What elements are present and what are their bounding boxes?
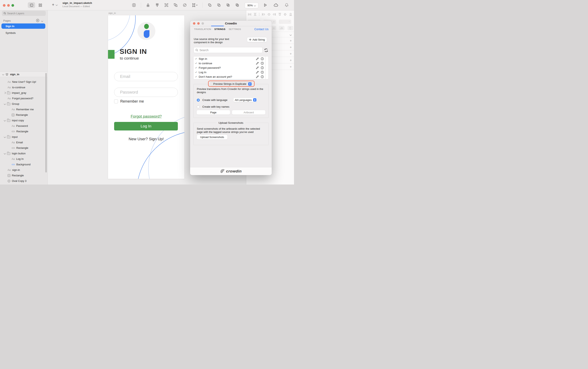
add-string-button[interactable]: Add String — [247, 37, 267, 42]
string-info-icon[interactable] — [261, 66, 264, 69]
add-style-button[interactable]: + — [290, 45, 292, 49]
layer-row[interactable]: Rectangle — [0, 145, 47, 151]
layer-row[interactable]: Background — [0, 162, 47, 167]
align-center-horizontal-icon[interactable] — [267, 13, 271, 16]
layer-row[interactable]: input copy — [0, 118, 47, 123]
string-row[interactable]: ✓ Don’t have an account yet? — [194, 75, 268, 78]
disclosure-chevron-icon[interactable] — [4, 120, 6, 121]
toggle-grid-view-button[interactable] — [37, 2, 43, 8]
create-with-language-option[interactable]: Create with language — [197, 99, 227, 101]
layer-row-artboard[interactable]: sign_in — [0, 71, 47, 77]
add-style-button[interactable]: + — [290, 65, 292, 69]
disclosure-chevron-icon[interactable] — [4, 103, 6, 105]
canvas-subheading[interactable]: to continue — [120, 56, 139, 60]
toggle-sidebar-button[interactable] — [28, 2, 35, 8]
add-style-button[interactable]: + — [290, 58, 292, 62]
forgot-password-link[interactable]: Forgot password? — [108, 114, 184, 119]
contact-us-link[interactable]: Contact Us — [254, 28, 268, 31]
string-info-icon[interactable] — [261, 62, 264, 65]
remember-me-checkbox[interactable] — [114, 100, 118, 103]
canvas-heading[interactable]: SIGN IN — [120, 48, 147, 55]
layer-row[interactable]: Aasign-in — [0, 167, 47, 173]
cloud-sync-icon[interactable] — [273, 3, 279, 7]
create-with-key-names-option[interactable]: Create with key names — [197, 105, 229, 108]
string-info-icon[interactable] — [261, 75, 264, 78]
string-info-icon[interactable] — [261, 57, 264, 60]
disclosure-chevron-icon[interactable] — [4, 152, 6, 155]
refresh-strings-icon[interactable] — [264, 48, 268, 52]
ungroup-icon[interactable] — [173, 3, 178, 7]
layer-row[interactable]: Rectangle — [0, 112, 47, 118]
layer-row[interactable]: impact_gray — [0, 90, 47, 96]
minimize-window-button[interactable] — [7, 4, 10, 7]
tab-settings[interactable]: SETTINGS — [229, 28, 241, 30]
page-button[interactable]: Page — [197, 110, 230, 115]
close-window-button[interactable] — [3, 4, 6, 7]
add-page-icon[interactable] — [36, 19, 39, 22]
string-row[interactable]: ✓ to continue — [194, 62, 268, 65]
layer-row[interactable]: AaForgot password? — [0, 96, 47, 101]
layer-row[interactable]: AaLog In — [0, 156, 47, 162]
artboard[interactable]: SIGN IN to continue Email Password Remem… — [108, 15, 184, 179]
layer-row[interactable]: Aato-continue — [0, 85, 47, 90]
layer-row[interactable]: AaPassword — [0, 123, 47, 129]
disclosure-chevron-icon[interactable] — [2, 73, 4, 75]
tab-strings[interactable]: STRINGS — [214, 28, 225, 30]
distribute-vertically-icon[interactable] — [253, 13, 257, 16]
align-right-icon[interactable] — [273, 13, 276, 16]
layer-row[interactable]: login button — [0, 151, 47, 156]
edit-string-icon[interactable] — [256, 62, 259, 65]
preview-play-icon[interactable] — [263, 3, 267, 7]
edit-string-icon[interactable] — [256, 71, 259, 74]
flip-vertical-button[interactable] — [287, 26, 293, 30]
email-field[interactable]: Email — [114, 72, 178, 81]
edit-string-icon[interactable] — [256, 75, 259, 78]
zoom-level-select[interactable]: 90% — [245, 2, 259, 8]
remember-me-group[interactable]: Remember me — [114, 99, 144, 104]
disclosure-chevron-icon[interactable] — [4, 92, 6, 94]
align-top-icon[interactable] — [278, 13, 282, 16]
string-row[interactable]: ✓ Log In — [194, 71, 268, 74]
notifications-bell-icon[interactable] — [285, 3, 289, 7]
boolean-intersect-icon[interactable] — [226, 3, 230, 7]
search-layers-field[interactable]: Search Layers — [2, 11, 46, 16]
add-style-button[interactable]: + — [290, 52, 292, 56]
layer-row[interactable]: Rectangle — [0, 173, 47, 178]
dialog-search-field[interactable]: Search — [194, 47, 262, 53]
layer-row[interactable]: AaEmail — [0, 140, 47, 145]
layer-row[interactable]: Group — [0, 101, 47, 107]
string-row[interactable]: ✓ Forgot password? — [194, 66, 268, 69]
add-style-button[interactable]: + — [290, 39, 292, 43]
rotation-field[interactable]: ° — [279, 20, 291, 24]
boolean-subtract-icon[interactable] — [217, 3, 221, 7]
layer-row[interactable]: AaNew User? Sign Up! — [0, 79, 47, 85]
boolean-difference-icon[interactable] — [235, 3, 240, 7]
distribute-horizontally-icon[interactable] — [248, 13, 251, 16]
password-field[interactable]: Password — [114, 88, 178, 97]
flip-horizontal-button[interactable] — [279, 26, 285, 30]
distribute-down-icon[interactable] — [155, 3, 159, 7]
scale-tool-icon[interactable] — [192, 3, 198, 7]
distribute-up-icon[interactable] — [146, 3, 150, 7]
section-collapse-icon[interactable] — [290, 34, 292, 36]
tab-translation[interactable]: TRANSLATION — [194, 28, 211, 30]
radio-unselected-icon[interactable] — [197, 105, 200, 108]
artboard-button[interactable]: Artboard — [232, 110, 265, 115]
mask-tool-icon[interactable] — [182, 3, 187, 7]
vector-tool-icon[interactable] — [132, 3, 136, 7]
upload-screenshots-button[interactable]: Upload Screenshots — [197, 135, 227, 140]
sidebar-page-symbols[interactable]: Symbols — [1, 30, 45, 35]
align-middle-vertical-icon[interactable] — [284, 13, 287, 16]
string-info-icon[interactable] — [261, 71, 264, 74]
string-row[interactable]: ✓ Sign in — [194, 57, 268, 60]
edit-string-icon[interactable] — [256, 57, 259, 60]
sidebar-scrollbar[interactable] — [45, 73, 47, 172]
boolean-union-icon[interactable] — [207, 3, 212, 7]
insert-button[interactable]: + — [52, 3, 57, 7]
app-logo[interactable] — [137, 22, 155, 40]
layer-row[interactable]: Rectangle — [0, 129, 47, 134]
align-left-icon[interactable] — [262, 13, 265, 16]
sidebar-page-sign-in[interactable]: Sign In — [1, 23, 45, 29]
edit-string-icon[interactable] — [256, 66, 259, 69]
zoom-window-button[interactable] — [11, 4, 14, 7]
